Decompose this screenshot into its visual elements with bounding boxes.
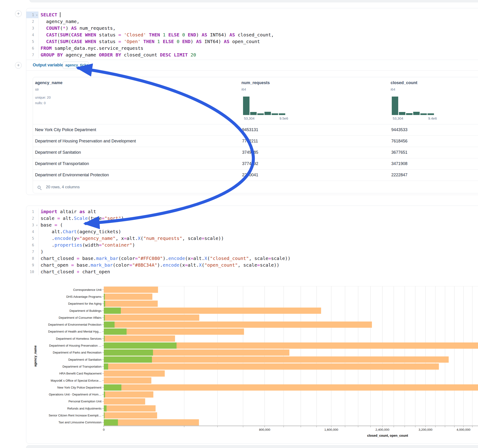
- bar-closed-count[interactable]: [104, 378, 151, 384]
- bar-open-count[interactable]: [104, 384, 121, 391]
- y-axis-label: New York City Police Department: [57, 386, 102, 389]
- bar-open-count[interactable]: [104, 363, 108, 370]
- x-axis-title: closed_count, open_count: [367, 434, 408, 437]
- x-axis-tick-label: 3,200,000: [419, 428, 432, 431]
- bar-closed-count[interactable]: [104, 419, 199, 425]
- bar-closed-count[interactable]: [104, 363, 439, 370]
- y-axis-title: agency_name: [33, 345, 37, 367]
- bar-closed-count[interactable]: [104, 412, 157, 418]
- bar-closed-count[interactable]: [104, 398, 145, 404]
- bar-closed-count[interactable]: [104, 336, 175, 342]
- y-axis-label: DHS Advantage Programs: [66, 295, 102, 299]
- bar-open-count[interactable]: [104, 336, 105, 342]
- bar-open-count[interactable]: [104, 328, 126, 335]
- x-axis-tick-label: 2,400,000: [375, 428, 389, 431]
- x-axis-tick-label: 800,000: [259, 428, 270, 431]
- notebook-page: { "ui": { "add_button_label": "+", "outp…: [0, 0, 478, 448]
- y-axis-label: HRA Benefit Card Replacement: [59, 372, 101, 375]
- x-axis-tick-label: 0: [103, 428, 105, 431]
- bar-open-count[interactable]: [104, 322, 115, 328]
- bar-open-count[interactable]: [104, 356, 152, 363]
- y-axis-label: Senior Citizen Rent Increase Exempti…: [49, 414, 101, 417]
- y-axis-label: Department for the Aging: [68, 302, 101, 305]
- bar-closed-count[interactable]: [104, 294, 152, 300]
- y-axis-label: Department of Housing Preservation …: [49, 344, 101, 347]
- bar-open-count[interactable]: [104, 342, 177, 349]
- bar-open-count[interactable]: [104, 405, 107, 412]
- bar-open-count[interactable]: [104, 419, 118, 425]
- altair-bar-chart: Correspondence UnitDHS Advantage Program…: [0, 0, 478, 448]
- x-axis-tick-label: 4,000,000: [457, 428, 470, 431]
- bar-open-count[interactable]: [104, 349, 153, 356]
- y-axis-label: Department of Sanitation: [68, 358, 101, 361]
- bar-closed-count[interactable]: [104, 384, 478, 391]
- bar-closed-count[interactable]: [104, 391, 153, 398]
- bar-open-count[interactable]: [104, 315, 105, 321]
- y-axis-label: Department of Homeless Services: [56, 337, 102, 340]
- y-axis-label: Taxi and Limousine Commission: [59, 421, 101, 424]
- bar-closed-count[interactable]: [104, 315, 199, 321]
- y-axis-label: Personal Exemption Unit: [69, 400, 101, 403]
- bar-open-count[interactable]: [104, 294, 105, 300]
- y-axis-label: Department of Parks and Recreation: [53, 351, 101, 354]
- y-axis-label: Refunds and Adjustments: [67, 407, 102, 410]
- y-axis-label: Department of Consumer Affairs: [59, 316, 102, 319]
- bar-open-count[interactable]: [104, 308, 121, 314]
- y-axis-label: Department of Environmental Protection: [48, 323, 101, 326]
- bar-closed-count[interactable]: [104, 308, 321, 314]
- bar-open-count[interactable]: [104, 391, 105, 398]
- y-axis-label: Department of Transportation: [63, 365, 101, 368]
- bar-closed-count[interactable]: [104, 287, 158, 293]
- y-axis-label: Correspondence Unit: [73, 288, 101, 292]
- bar-open-count[interactable]: [104, 412, 104, 418]
- y-axis-label: Mayorâ€ s Office of Special Enforce…: [51, 379, 101, 382]
- bar-closed-count[interactable]: [104, 370, 165, 377]
- bar-closed-count[interactable]: [104, 356, 449, 363]
- bar-open-count[interactable]: [104, 300, 105, 307]
- y-axis-label: Operations Unit - Department of Hom…: [49, 393, 101, 396]
- bar-closed-count[interactable]: [104, 322, 372, 328]
- x-axis-tick-label: 1,600,000: [324, 428, 338, 431]
- y-axis-label: Department of Buildings: [69, 309, 101, 312]
- bar-closed-count[interactable]: [104, 300, 158, 307]
- y-axis-label: Department of Health and Mental Hyg…: [48, 330, 101, 333]
- bar-closed-count[interactable]: [104, 405, 156, 412]
